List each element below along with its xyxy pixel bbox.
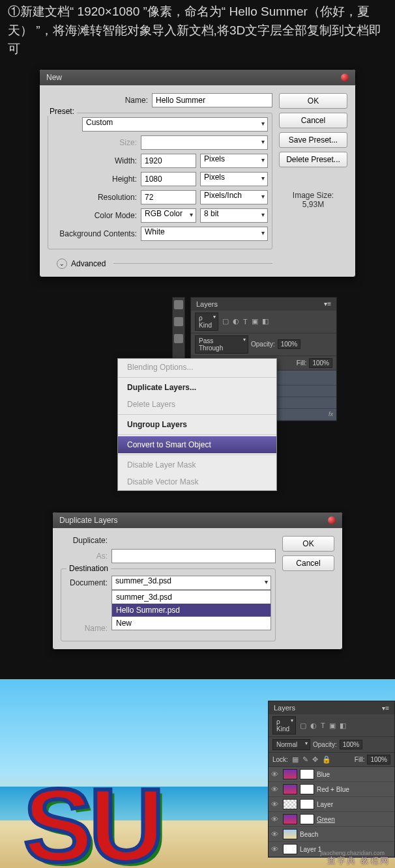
width-label: Width: (52, 156, 137, 165)
ok-button[interactable]: OK (279, 93, 347, 109)
menu-disable-layer-mask[interactable]: Disable Layer Mask (118, 456, 276, 473)
bits-select[interactable]: 8 bit (200, 208, 268, 223)
visibility-icon[interactable]: 👁 (271, 770, 280, 778)
height-unit-select[interactable]: Pixels (200, 172, 268, 186)
filter-icon[interactable]: ◧ (262, 317, 269, 326)
panel-menu-icon[interactable]: ▾≡ (382, 705, 389, 712)
visibility-icon[interactable]: 👁 (271, 830, 280, 838)
cancel-button[interactable]: Cancel (282, 555, 334, 571)
resolution-label: Resolution: (52, 193, 137, 202)
size-select[interactable] (141, 135, 268, 150)
filter-icon[interactable]: ◧ (340, 721, 346, 730)
opacity-label: Opacity: (313, 741, 337, 748)
menu-convert-smart-object[interactable]: Convert to Smart Object (118, 436, 276, 453)
image-size-label: Image Size: (279, 191, 347, 200)
document-dropdown: summer_3d.psd Hello Summer.psd New (111, 590, 271, 630)
delete-preset-button[interactable]: Delete Preset... (279, 152, 347, 167)
menu-ungroup-layers[interactable]: Ungroup Layers (118, 416, 276, 433)
tool-icon[interactable] (174, 334, 183, 343)
save-preset-button[interactable]: Save Preset... (279, 132, 347, 148)
menu-disable-vector-mask[interactable]: Disable Vector Mask (118, 473, 276, 490)
blend-mode-select[interactable]: Pass Through (195, 335, 248, 354)
tools-column (172, 297, 185, 362)
close-icon[interactable] (328, 516, 336, 524)
duplicate-layers-dialog: Duplicate Layers Duplicate: As: Destinat… (52, 512, 343, 650)
tool-icon[interactable] (174, 317, 183, 326)
canvas-preview: SU Layers▾≡ ρ Kind ▢ ◐ T ▣ ◧ Normal Opac… (0, 679, 395, 868)
visibility-icon[interactable]: 👁 (271, 845, 280, 853)
cancel-button[interactable]: Cancel (279, 113, 347, 128)
layer-row[interactable]: 👁Green (269, 812, 394, 827)
filter-icon[interactable]: ▢ (222, 317, 229, 326)
resolution-input[interactable] (141, 190, 196, 204)
dropdown-option[interactable]: summer_3d.psd (112, 591, 271, 604)
document-select[interactable]: summer_3d.psd (111, 576, 271, 590)
as-input[interactable] (111, 549, 276, 563)
kind-filter[interactable]: ρ Kind (272, 716, 296, 735)
colormode-select[interactable]: RGB Color (141, 208, 196, 223)
resolution-unit-select[interactable]: Pixels/Inch (200, 190, 268, 204)
filter-icon[interactable]: ◐ (310, 721, 317, 730)
visibility-icon[interactable]: 👁 (271, 785, 280, 793)
opacity-label: Opacity: (251, 341, 275, 348)
panel-menu-icon[interactable]: ▾≡ (324, 300, 331, 307)
dropdown-option[interactable]: Hello Summer.psd (112, 604, 271, 617)
watermark-url: jiaocheng.chazidian.com (320, 850, 385, 856)
opacity-value[interactable]: 100% (278, 339, 301, 349)
lock-icon[interactable]: ▦ (292, 755, 299, 764)
filter-icon[interactable]: T (243, 318, 248, 326)
menu-delete-layers[interactable]: Delete Layers (118, 396, 276, 413)
dropdown-option[interactable]: New (112, 617, 271, 630)
fill-value[interactable]: 100% (309, 358, 332, 368)
layer-row[interactable]: 👁Beach (269, 827, 394, 842)
preset-select[interactable]: Custom (82, 117, 268, 132)
menu-duplicate-layers[interactable]: Duplicate Layers... (118, 379, 276, 396)
name-input[interactable] (152, 93, 272, 107)
kind-filter[interactable]: ρ Kind (195, 313, 218, 331)
preset-label: Preset: (47, 107, 77, 116)
dialog-titlebar: New (40, 70, 355, 85)
filter-icon[interactable]: T (321, 721, 325, 729)
fill-label: Fill: (297, 359, 307, 367)
lock-icon[interactable]: ✎ (302, 755, 308, 764)
ok-button[interactable]: OK (282, 536, 334, 552)
layer-row[interactable]: 👁Blue (269, 767, 394, 782)
layer-row[interactable]: 👁Layer (269, 797, 394, 812)
size-label: Size: (52, 138, 137, 147)
layer-row[interactable]: 👁Red + Blue (269, 782, 394, 797)
layers-panel: Layers▾≡ ρ Kind ▢ ◐ T ▣ ◧ Normal Opacity… (268, 701, 395, 858)
visibility-icon[interactable]: 👁 (271, 800, 280, 808)
chevron-down-icon[interactable]: ⌄ (57, 259, 67, 269)
destination-legend: Destination (66, 564, 111, 573)
lock-icon[interactable]: ✥ (312, 755, 318, 764)
filter-icon[interactable]: ▣ (329, 721, 336, 730)
filter-icon[interactable]: ▢ (300, 721, 306, 730)
as-label: As: (61, 552, 108, 561)
width-unit-select[interactable]: Pixels (200, 154, 268, 168)
visibility-icon[interactable]: 👁 (271, 815, 280, 823)
width-input[interactable] (141, 154, 196, 168)
lock-icon[interactable]: 🔒 (322, 755, 331, 764)
fill-value[interactable]: 100% (367, 755, 390, 764)
3d-text: SU (23, 765, 160, 868)
filter-icon[interactable]: ◐ (233, 317, 239, 326)
image-size-value: 5,93M (279, 200, 347, 209)
close-icon[interactable] (341, 74, 349, 81)
watermark: 查字典 教程网 (327, 855, 390, 867)
layers-tab[interactable]: Layers (274, 704, 295, 712)
context-menu: Blending Options... Duplicate Layers... … (117, 358, 277, 491)
instruction-text: ①新建文档“ 1920×1080 ”像素，命名为“ Hello Summer（你… (0, 0, 395, 64)
height-input[interactable] (141, 172, 196, 186)
name-label: Name: (48, 96, 148, 105)
layers-tab[interactable]: Layers (196, 300, 218, 308)
blend-mode-select[interactable]: Normal (272, 739, 310, 750)
bg-select[interactable]: White (141, 227, 268, 241)
fill-label: Fill: (355, 756, 365, 763)
tool-icon[interactable] (174, 300, 183, 309)
advanced-toggle[interactable]: Advanced (71, 259, 106, 268)
document-label: Document: (65, 578, 108, 587)
menu-blending-options[interactable]: Blending Options... (118, 359, 276, 376)
layers-context-area: Layers▾≡ ρ Kind ▢ ◐ T ▣ ◧ Pass Through O… (117, 297, 339, 486)
opacity-value[interactable]: 100% (340, 740, 363, 749)
filter-icon[interactable]: ▣ (252, 317, 258, 326)
